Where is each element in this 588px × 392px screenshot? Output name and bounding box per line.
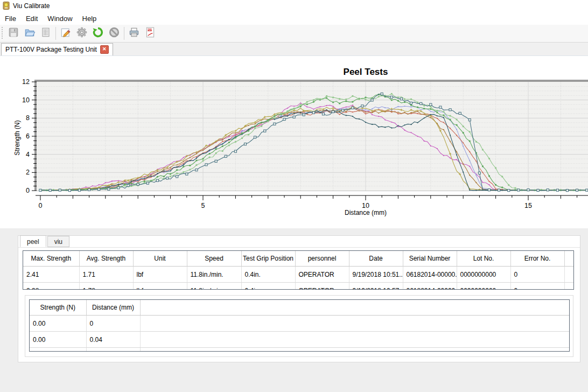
toolbar-separator — [55, 27, 56, 40]
table-cell[interactable]: 11.8in./min. — [187, 267, 241, 283]
svg-text:6: 6 — [26, 132, 30, 140]
edit-pencil-icon — [60, 26, 72, 40]
tab-close-icon[interactable]: ✕ — [100, 45, 109, 54]
tab-peel[interactable]: peel — [20, 235, 46, 247]
document-tab-label: PTT-100V Package Testing Unit — [5, 46, 97, 53]
table-cell[interactable]: 2.38 — [23, 283, 79, 290]
table-cell[interactable]: 06182014-00000... — [403, 267, 457, 283]
document-tabstrip: PTT-100V Package Testing Unit ✕ — [0, 43, 588, 56]
open-button[interactable] — [22, 26, 38, 41]
column-header[interactable]: Distance (mm) — [86, 300, 140, 316]
table-cell[interactable]: lbf — [133, 283, 187, 290]
column-header[interactable]: Avg. Strength — [79, 251, 133, 267]
column-header-filler — [564, 251, 573, 267]
header-row: Max. StrengthAvg. StrengthUnitSpeedTest … — [23, 251, 573, 267]
cancel-button[interactable] — [106, 26, 122, 41]
column-header[interactable]: Test Grip Position — [241, 251, 295, 267]
table-row[interactable]: 2.411.71lbf11.8in./min.0.4in.OPERATOR9/1… — [23, 267, 573, 283]
points-table[interactable]: Strength (N)Distance (mm)0.0000.000.04 — [29, 299, 570, 352]
table-cell[interactable] — [86, 348, 140, 352]
table-cell[interactable]: 06182014-00000... — [403, 283, 457, 290]
table-cell-filler — [564, 283, 573, 290]
column-header[interactable]: Lot No. — [457, 251, 510, 267]
column-header[interactable]: Strength (N) — [30, 300, 86, 316]
save-icon — [8, 26, 19, 40]
refresh-button[interactable] — [90, 26, 106, 41]
open-folder-icon — [24, 26, 36, 40]
column-header[interactable]: Max. Strength — [23, 251, 79, 267]
svg-text:2: 2 — [26, 169, 30, 176]
results-table[interactable]: Max. StrengthAvg. StrengthUnitSpeedTest … — [23, 250, 574, 290]
svg-text:0: 0 — [39, 202, 43, 209]
menu-file[interactable]: File — [0, 12, 21, 25]
x-axis-label: Distance (mm) — [125, 209, 588, 216]
table-cell[interactable]: 0 — [86, 316, 140, 332]
table-cell-filler — [140, 348, 569, 352]
svg-text:15: 15 — [524, 202, 532, 209]
results-tabstrip: peel viu — [20, 236, 71, 247]
column-header[interactable]: Unit — [133, 251, 187, 267]
column-header[interactable]: Speed — [187, 251, 241, 267]
app-icon — [3, 2, 11, 12]
table-cell[interactable]: OPERATOR — [295, 267, 349, 283]
table-cell[interactable]: 0.00 — [30, 332, 86, 348]
table-cell-filler — [564, 267, 573, 283]
table-cell[interactable]: 0 — [510, 283, 564, 290]
title-bar: Viu Calibrate — [0, 0, 588, 12]
menu-edit[interactable]: Edit — [21, 12, 43, 25]
tab-viu[interactable]: viu — [47, 236, 69, 247]
table-cell-filler — [140, 316, 569, 332]
table-cell[interactable]: lbf — [133, 267, 187, 283]
svg-text:10: 10 — [22, 96, 30, 104]
menu-bar: File Edit Window Help — [0, 12, 588, 25]
svg-text:10: 10 — [362, 202, 369, 209]
table-cell[interactable]: 11.8in./min. — [187, 283, 241, 290]
menu-help[interactable]: Help — [78, 12, 102, 25]
save-button[interactable] — [5, 26, 22, 41]
svg-text:5: 5 — [201, 202, 205, 209]
table-cell[interactable]: 0000000000 — [457, 283, 510, 290]
table-cell[interactable]: OPERATOR — [295, 283, 349, 290]
column-header[interactable]: Error No. — [510, 251, 564, 267]
gear-icon — [76, 26, 88, 40]
table-cell[interactable]: 0.00 — [30, 316, 86, 332]
window-title: Viu Calibrate — [13, 2, 50, 10]
column-header[interactable]: personnel — [295, 251, 349, 267]
table-cell[interactable]: 2.41 — [23, 267, 79, 283]
menu-window[interactable]: Window — [43, 12, 77, 25]
toolbar-grip[interactable] — [1, 27, 3, 40]
column-header-filler — [140, 300, 569, 316]
export-pdf-button[interactable]: PDF — [142, 26, 158, 41]
cancel-icon — [108, 26, 120, 40]
pdf-icon: PDF — [144, 26, 156, 40]
table-row[interactable]: 2.381.78lbf11.8in./min.0.4in.OPERATOR9/1… — [23, 283, 573, 290]
table-cell[interactable]: 0000000000 — [457, 267, 510, 283]
edit-button[interactable] — [58, 26, 74, 41]
table-cell[interactable]: 1.71 — [79, 267, 133, 283]
svg-text:12: 12 — [22, 79, 30, 86]
table-cell[interactable]: 0.04 — [86, 332, 140, 348]
points-subpanel: Strength (N)Distance (mm)0.0000.000.04 — [25, 295, 573, 357]
table-cell[interactable]: 9/19/2018 10:57... — [349, 283, 403, 290]
table-cell[interactable]: 9/19/2018 10:51... — [349, 267, 403, 283]
table-cell[interactable]: 1.78 — [79, 283, 133, 290]
settings-button[interactable] — [74, 26, 90, 41]
table-row[interactable]: 0.000 — [30, 316, 569, 332]
report-button[interactable] — [38, 26, 54, 41]
svg-text:4: 4 — [26, 151, 30, 158]
table-cell[interactable] — [30, 348, 86, 352]
table-row[interactable] — [30, 348, 569, 352]
column-header[interactable]: Date — [349, 251, 403, 267]
toolbar-separator — [124, 27, 124, 40]
y-axis-label: Strength (N) — [13, 108, 22, 168]
svg-text:8: 8 — [26, 114, 30, 122]
table-cell[interactable]: 0.4in. — [241, 283, 295, 290]
chart-title: Peel Tests — [125, 67, 588, 78]
tab-ptt-100v[interactable]: PTT-100V Package Testing Unit ✕ — [1, 43, 113, 55]
refresh-icon — [92, 26, 104, 40]
table-row[interactable]: 0.000.04 — [30, 332, 569, 348]
table-cell[interactable]: 0.4in. — [241, 267, 295, 283]
print-button[interactable] — [126, 26, 142, 41]
table-cell[interactable]: 0 — [510, 267, 564, 283]
column-header[interactable]: Serial Number — [403, 251, 457, 267]
